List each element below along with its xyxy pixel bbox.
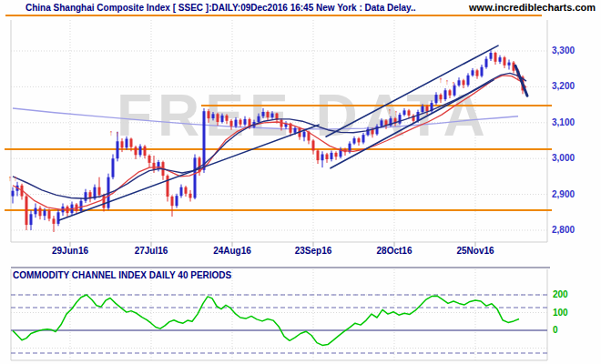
candle-body: [408, 110, 411, 116]
candle-body: [30, 214, 33, 225]
ma-long-line: [13, 108, 518, 129]
candle-body: [239, 120, 242, 125]
candle-body: [435, 95, 438, 103]
candle-body: [80, 201, 83, 211]
candle-body: [121, 141, 124, 147]
candle-body: [499, 57, 502, 62]
candle-body: [226, 116, 229, 121]
signal-arrow: ↑: [8, 174, 13, 183]
candle-body: [294, 128, 297, 133]
candle-body: [53, 218, 56, 224]
candle-body: [12, 191, 15, 197]
site-url[interactable]: www.incrediblecharts.com: [469, 2, 596, 13]
candle-body: [267, 112, 270, 117]
cci-line: [13, 295, 519, 345]
candle-body: [362, 135, 365, 142]
candle-body: [176, 196, 178, 206]
title-bar: China Shanghai Composite Index [ SSEC ]:…: [0, 0, 601, 16]
candle-body: [381, 120, 383, 126]
candle-body: [358, 138, 361, 142]
signal-arrow: ↑: [439, 76, 443, 85]
candle-body: [312, 141, 315, 151]
candle-body: [85, 192, 87, 201]
candle-body: [353, 138, 356, 144]
candle-body: [98, 187, 101, 196]
candle-body: [444, 90, 447, 99]
candle-body: [167, 176, 169, 197]
candle-body: [403, 110, 406, 115]
candle-body: [303, 132, 306, 137]
signal-arrow: ↑: [109, 128, 114, 137]
candle-body: [148, 156, 151, 163]
candle-body: [39, 208, 42, 217]
candle-body: [153, 163, 156, 169]
candle-body: [258, 116, 260, 122]
candle-body: [426, 106, 429, 112]
candle-body: [458, 80, 461, 86]
trendline: [331, 80, 494, 168]
candle-body: [171, 197, 174, 206]
candle-body: [271, 114, 274, 117]
candle-body: [490, 53, 493, 59]
candle-body: [66, 207, 69, 213]
candle-body: [212, 114, 215, 118]
candle-body: [185, 187, 188, 194]
signal-arrow: ↑: [388, 106, 392, 116]
candle-body: [326, 155, 329, 160]
candle-body: [235, 120, 238, 126]
candle-body: [203, 111, 206, 170]
candle-body: [208, 111, 210, 118]
signal-arrow: ↑: [116, 129, 120, 138]
candle-body: [139, 147, 142, 156]
candle-body: [317, 151, 320, 161]
candle-body: [189, 194, 192, 198]
candle-body: [485, 59, 488, 67]
candle-body: [335, 153, 338, 157]
candle-body: [126, 139, 128, 148]
candle-body: [504, 57, 506, 66]
candle-body: [472, 70, 474, 76]
candle-body: [440, 95, 443, 99]
candle-body: [244, 119, 247, 125]
candle-body: [463, 80, 465, 85]
candle-body: [494, 53, 497, 62]
candle-body: [476, 70, 479, 76]
chart-canvas: ↑↑↑↑↑↑↑↑↑: [0, 0, 601, 364]
candle-body: [135, 147, 138, 156]
candle-body: [103, 195, 106, 207]
candle-body: [331, 153, 333, 159]
cci-panel-title: COMMODITY CHANNEL INDEX DAILY 40 PERIODS: [13, 270, 231, 280]
chart-window: China Shanghai Composite Index [ SSEC ]:…: [0, 0, 601, 364]
candle-body: [35, 208, 37, 215]
candle-body: [144, 147, 147, 156]
candle-body: [130, 139, 133, 147]
signal-arrow: ↑: [14, 174, 18, 183]
chart-title: China Shanghai Composite Index [ SSEC ]:…: [25, 3, 415, 13]
candle-body: [321, 155, 324, 161]
candle-body: [57, 212, 60, 224]
candle-body: [508, 63, 511, 66]
signal-arrow: ↑: [394, 108, 399, 117]
signal-arrow: ↑: [452, 79, 456, 88]
trendline: [59, 125, 319, 220]
candle-body: [262, 112, 265, 116]
candle-body: [221, 116, 224, 122]
signal-arrow: ↑: [445, 77, 450, 86]
candle-body: [422, 106, 424, 112]
candle-body: [48, 210, 51, 218]
candle-body: [44, 210, 46, 216]
candle-body: [449, 90, 452, 96]
candle-body: [417, 112, 420, 121]
candle-body: [117, 141, 119, 158]
candle-body: [112, 158, 115, 177]
candle-body: [481, 67, 484, 76]
candle-body: [180, 187, 183, 197]
candle-body: [25, 197, 28, 226]
candle-body: [194, 157, 197, 197]
candle-body: [230, 121, 233, 126]
candle-body: [467, 76, 470, 86]
candle-body: [217, 114, 219, 122]
